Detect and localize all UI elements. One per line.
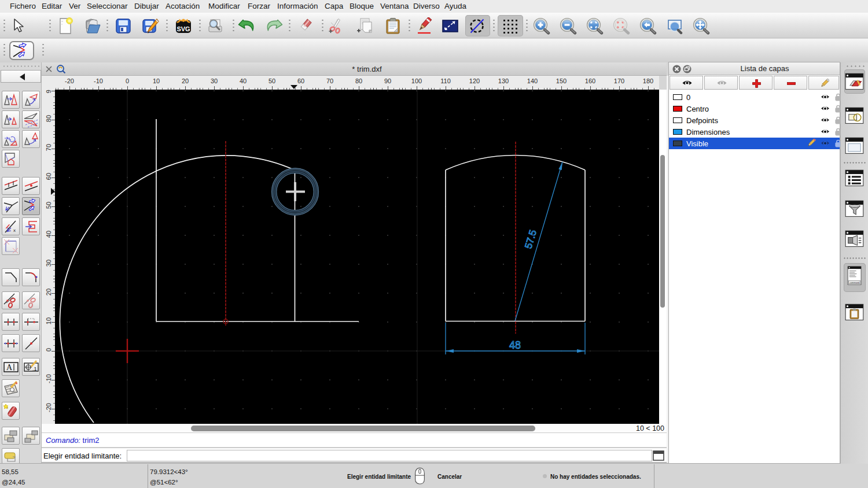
svg-text:57.5: 57.5 xyxy=(523,228,539,250)
svg-text:SVG: SVG xyxy=(176,25,190,32)
svg-text:48: 48 xyxy=(509,339,521,351)
svg-text:x: x xyxy=(13,228,16,233)
svg-text:.1: .1 xyxy=(32,366,37,372)
svg-text:command: command xyxy=(850,282,860,284)
svg-text:A: A xyxy=(6,363,13,372)
